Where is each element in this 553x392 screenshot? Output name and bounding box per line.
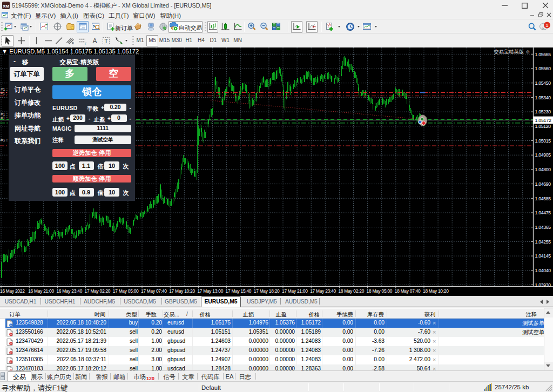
svg-text:1.04145: 1.04145 <box>535 253 551 259</box>
svg-text:18 May 05:00: 18 May 05:00 <box>367 288 393 294</box>
svg-text:1.05665: 1.05665 <box>535 52 551 57</box>
svg-text:16 May 23:40: 16 May 23:40 <box>56 288 82 294</box>
svg-text:18 May 02:20: 18 May 02:20 <box>338 288 364 294</box>
svg-text:#1：: #1： <box>1 116 9 120</box>
svg-text:1.05120: 1.05120 <box>535 124 551 129</box>
svg-text:1: 1 <box>545 22 548 28</box>
svg-text:1.05450: 1.05450 <box>535 80 551 86</box>
svg-text:1.04255: 1.04255 <box>535 239 551 245</box>
svg-text:18 May 07:40: 18 May 07:40 <box>395 288 421 294</box>
svg-text:1.04585: 1.04585 <box>535 196 551 201</box>
svg-text:17 May 02:20: 17 May 02:20 <box>85 288 111 294</box>
svg-text:1.04905: 1.04905 <box>535 152 551 158</box>
svg-text:1.05340: 1.05340 <box>535 95 551 100</box>
svg-text:1.05560: 1.05560 <box>535 66 551 71</box>
svg-text:17 May 23:40: 17 May 23:40 <box>310 288 336 294</box>
svg-text:E: E <box>72 42 74 45</box>
svg-text:▼ EURUSD,M5 1.05154 1.05175 1: ▼ EURUSD,M5 1.05154 1.05175 1.05135 1.05… <box>2 48 139 55</box>
svg-text:17 May 18:20: 17 May 18:20 <box>254 288 280 294</box>
svg-text:17 May 05:00: 17 May 05:00 <box>113 288 139 294</box>
svg-text:17 May 07:40: 17 May 07:40 <box>141 288 167 294</box>
svg-text:T: T <box>104 38 108 44</box>
svg-text:17 May 13:00: 17 May 13:00 <box>197 288 223 294</box>
svg-text:1.04690: 1.04690 <box>535 181 551 187</box>
svg-text:1.04800: 1.04800 <box>535 167 551 172</box>
svg-text:#1：: #1： <box>1 138 9 143</box>
svg-text:18 May 10:20: 18 May 10:20 <box>423 288 449 294</box>
svg-text:1.04365: 1.04365 <box>535 225 551 230</box>
svg-text:17 May 10:20: 17 May 10:20 <box>169 288 195 294</box>
svg-text:17 May 15:40: 17 May 15:40 <box>226 288 252 294</box>
svg-text:XM: XM <box>3 4 9 9</box>
svg-text:17 May 21:00: 17 May 21:00 <box>282 288 308 294</box>
svg-text:A: A <box>92 37 97 45</box>
svg-text:F: F <box>85 42 87 45</box>
svg-text:1.05230: 1.05230 <box>535 109 551 114</box>
svg-text:1.05172: 1.05172 <box>535 118 551 123</box>
svg-text:1.04475: 1.04475 <box>535 210 551 215</box>
svg-text:交易宝精英版 ☺: 交易宝精英版 ☺ <box>494 49 530 55</box>
svg-text:1.04040: 1.04040 <box>535 268 551 273</box>
svg-text:1.05015: 1.05015 <box>535 138 551 144</box>
svg-text:16 May 2022: 16 May 2022 <box>0 288 25 294</box>
svg-text:16 May 21:00: 16 May 21:00 <box>28 288 54 294</box>
svg-text:1.03930: 1.03930 <box>535 282 551 288</box>
svg-text:#1：: #1： <box>1 91 9 96</box>
